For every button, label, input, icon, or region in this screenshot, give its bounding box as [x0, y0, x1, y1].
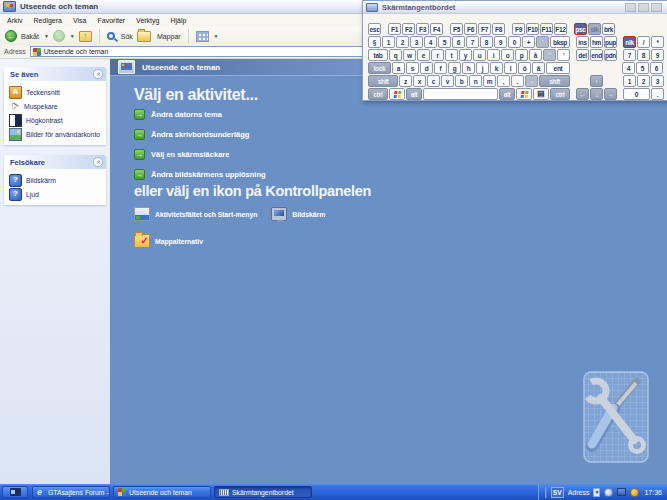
key-F6[interactable]: F6	[464, 23, 477, 35]
forward-dropdown-icon[interactable]: ▼	[70, 33, 75, 39]
up-folder-icon[interactable]: ↑	[79, 31, 92, 42]
key-6[interactable]: 6	[452, 36, 465, 48]
key-del[interactable]: del	[576, 49, 589, 61]
key-q[interactable]: q	[389, 49, 402, 61]
key-4[interactable]: 4	[424, 36, 437, 48]
menu-key[interactable]: ▤	[533, 88, 549, 100]
collapse-chevron-icon[interactable]: »	[93, 69, 103, 79]
key-psc[interactable]: psc	[574, 23, 587, 35]
key-F1[interactable]: F1	[388, 23, 401, 35]
key-,[interactable]: ,	[497, 75, 510, 87]
osk-window-buttons[interactable]	[625, 3, 662, 12]
key-7[interactable]: 7	[466, 36, 479, 48]
key-F4[interactable]: F4	[430, 23, 443, 35]
key-F3[interactable]: F3	[416, 23, 429, 35]
key-l[interactable]: l	[504, 62, 517, 74]
key-0[interactable]: 0	[623, 88, 650, 100]
key-¨[interactable]: ¨	[543, 49, 556, 61]
key-2[interactable]: 2	[637, 75, 650, 87]
key-j[interactable]: j	[476, 62, 489, 74]
key-alt[interactable]: alt	[406, 88, 422, 100]
task-link-ändra-datorns-tema[interactable]: →Ändra datorns tema	[134, 109, 266, 120]
minimize-icon[interactable]	[625, 3, 636, 12]
sidebar-item-högkontrast[interactable]: Högkontrast	[9, 113, 104, 127]
key-6[interactable]: 6	[650, 62, 663, 74]
key-shft[interactable]: shft	[539, 75, 570, 87]
key-←[interactable]: ←	[576, 88, 589, 100]
address-toolbar-label[interactable]: Adress	[568, 489, 590, 496]
key-/[interactable]: /	[637, 36, 650, 48]
folders-button-label[interactable]: Mappar	[157, 33, 181, 40]
key-w[interactable]: w	[403, 49, 416, 61]
key-nlk[interactable]: nlk	[623, 36, 636, 48]
key-f[interactable]: f	[434, 62, 447, 74]
collapse-chevron-icon[interactable]: »	[93, 157, 103, 167]
key-ä[interactable]: ä	[532, 62, 545, 74]
key-i[interactable]: i	[487, 49, 500, 61]
clock[interactable]: 17:36	[644, 489, 662, 496]
key-´[interactable]: ´	[536, 36, 549, 48]
key-å[interactable]: å	[529, 49, 542, 61]
cpl-item-mappalternativ[interactable]: Mappalternativ	[134, 234, 203, 248]
key-F2[interactable]: F2	[402, 23, 415, 35]
key-shft[interactable]: shft	[368, 75, 398, 87]
key-1[interactable]: 1	[623, 75, 636, 87]
key-ö[interactable]: ö	[518, 62, 531, 74]
key-↑[interactable]: ↑	[590, 75, 603, 87]
sidebar-item-bildskärm[interactable]: Bildskärm	[9, 173, 104, 187]
key-§[interactable]: §	[368, 36, 381, 48]
key-F5[interactable]: F5	[450, 23, 463, 35]
menu-verktyg[interactable]: Verktyg	[136, 17, 159, 24]
panel-header-se-även[interactable]: Se även»	[4, 67, 106, 81]
key-d[interactable]: d	[420, 62, 433, 74]
sidebar-item-bilder-för-användarkonto[interactable]: Bilder för användarkonto	[9, 127, 104, 141]
key-pdn[interactable]: pdn	[604, 49, 617, 61]
sidebar-item-muspekare[interactable]: Muspekare	[9, 99, 104, 113]
spacebar[interactable]	[423, 88, 498, 100]
osk-titlebar[interactable]: Skärmtangentbordet	[363, 1, 667, 14]
folders-icon[interactable]	[137, 31, 151, 42]
key-esc[interactable]: esc	[368, 23, 381, 35]
key-b[interactable]: b	[455, 75, 468, 87]
menu-hjälp[interactable]: Hjälp	[170, 17, 186, 24]
key-e[interactable]: e	[417, 49, 430, 61]
key-ctrl[interactable]: ctrl	[368, 88, 388, 100]
key-ent[interactable]: ent	[546, 62, 570, 74]
key-*[interactable]: *	[651, 36, 664, 48]
key-o[interactable]: o	[501, 49, 514, 61]
tray-icon-display[interactable]	[617, 488, 626, 496]
search-icon[interactable]	[107, 32, 115, 40]
address-input[interactable]: Utseende och teman	[30, 46, 364, 57]
key--[interactable]: -	[525, 75, 538, 87]
back-button-label[interactable]: Bakåt	[21, 33, 39, 40]
back-icon[interactable]: ←	[5, 30, 17, 42]
start-button[interactable]	[2, 486, 28, 498]
key-2[interactable]: 2	[396, 36, 409, 48]
key-1[interactable]: 1	[382, 36, 395, 48]
key-4[interactable]: 4	[622, 62, 635, 74]
key-F9[interactable]: F9	[512, 23, 525, 35]
menu-redigera[interactable]: Redigera	[34, 17, 62, 24]
sidebar-item-teckensnitt[interactable]: Teckensnitt	[9, 85, 104, 99]
key-3[interactable]: 3	[410, 36, 423, 48]
maximize-icon[interactable]	[638, 3, 649, 12]
key-r[interactable]: r	[431, 49, 444, 61]
tray-icon-orange-ball[interactable]	[630, 488, 639, 497]
key-tab[interactable]: tab	[368, 49, 388, 61]
cpl-item-aktivitetsfältet-och-start-menyn[interactable]: Aktivitetsfältet och Start-menyn	[134, 207, 257, 221]
key-ctrl[interactable]: ctrl	[550, 88, 570, 100]
key-F11[interactable]: F11	[540, 23, 553, 35]
key-7[interactable]: 7	[623, 49, 636, 61]
tray-grip[interactable]	[545, 487, 547, 498]
windows-key[interactable]	[516, 88, 532, 100]
key-v[interactable]: v	[441, 75, 454, 87]
panel-header-felsökare[interactable]: Felsökare»	[4, 155, 106, 169]
key-z[interactable]: z	[399, 75, 412, 87]
key-.[interactable]: .	[651, 88, 664, 100]
search-button-label[interactable]: Sök	[121, 33, 133, 40]
key-lock[interactable]: lock	[368, 62, 391, 74]
key-5[interactable]: 5	[438, 36, 451, 48]
key-ins[interactable]: ins	[576, 36, 589, 48]
key-+[interactable]: +	[522, 36, 535, 48]
key-hm[interactable]: hm	[590, 36, 603, 48]
